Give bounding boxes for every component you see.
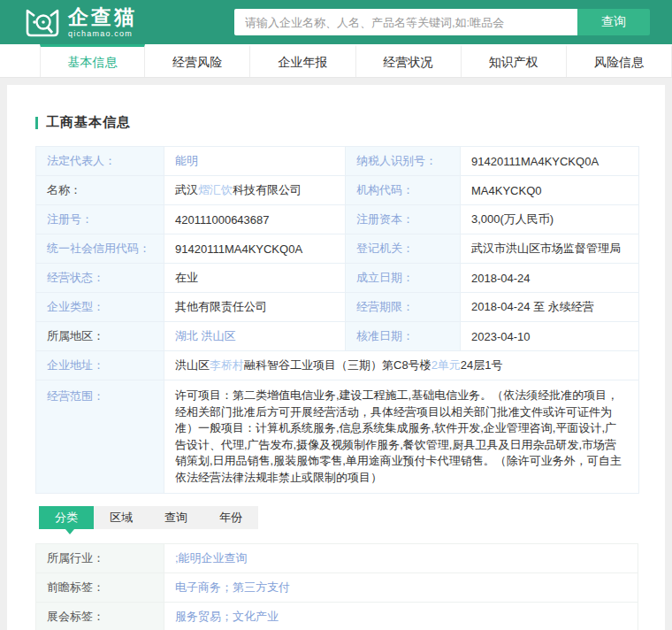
org-code-value: MA4KYCKQ0 [461, 176, 639, 205]
industry-link[interactable]: ;能明企业查询 [175, 551, 248, 565]
company-name-prefix: 武汉 [175, 183, 198, 196]
nav-tab-risk-info[interactable]: 风险信息 [567, 44, 672, 77]
field-label-company-type: 企业类型： [36, 293, 164, 322]
reg-no-value: 420111000643687 [164, 205, 346, 234]
header: 企查猫 qichamao.com 查询 [0, 0, 672, 44]
filter-tab-year[interactable]: 年份 [203, 506, 258, 529]
tag-link[interactable]: 第三方支付 [233, 580, 290, 594]
business-scope-value: 许可项目：第二类增值电信业务,建设工程施工,基础电信业务。（依法须经批准的项目，… [164, 380, 639, 494]
field-label-scope: 经营范围： [36, 380, 164, 494]
page-title: 工商基本信息 [46, 114, 131, 131]
nav-tab-annual-report[interactable]: 企业年报 [250, 44, 355, 77]
field-label-qianzhan-tags: 前瞻标签： [36, 573, 164, 603]
reg-authority-value: 武汉市洪山区市场监督管理局 [461, 234, 639, 264]
filter-tab-region[interactable]: 区域 [94, 506, 149, 529]
field-label-region: 所属地区： [36, 322, 164, 351]
region-link[interactable]: 湖北 洪山区 [175, 329, 236, 342]
table-row: 展会标签： 服务贸易；文化产业 [36, 603, 638, 630]
expo-tags: 服务贸易；文化产业 [164, 603, 638, 630]
address-part: 洪山区 [175, 358, 210, 372]
search-bar: 查询 [234, 9, 650, 35]
field-label-org-code: 机构代码： [346, 176, 461, 205]
table-row: 企业地址： 洪山区李桥村融科智谷工业项目（三期）第C8号楼2单元24层1号 [36, 351, 639, 380]
field-label-reg-capital: 注册资本： [346, 205, 461, 234]
address-value: 洪山区李桥村融科智谷工业项目（三期）第C8号楼2单元24层1号 [164, 351, 639, 380]
tag-link[interactable]: 文化产业 [233, 610, 279, 623]
table-row: 所属地区： 湖北 洪山区 核准日期： 2023-04-10 [36, 322, 639, 351]
table-row: 名称： 武汉熠汇饮科技有限公司 机构代码： MA4KYCKQ0 [36, 176, 639, 205]
table-row: 所属行业： ;能明企业查询 [36, 544, 638, 573]
field-label-industry: 所属行业： [36, 544, 164, 573]
field-label-address: 企业地址： [36, 351, 164, 380]
field-label-tax-id: 纳税人识别号： [346, 147, 461, 176]
filter-tab-category[interactable]: 分类 [39, 506, 94, 529]
status-value: 在业 [164, 264, 346, 293]
table-row: 经营范围： 许可项目：第二类增值电信业务,建设工程施工,基础电信业务。（依法须经… [36, 380, 639, 494]
legal-rep-link[interactable]: 能明 [175, 154, 198, 167]
business-info-table: 法定代表人： 能明 纳税人识别号： 91420111MA4KYCKQ0A 名称：… [35, 146, 639, 494]
logo[interactable]: 企查猫 qichamao.com [25, 6, 137, 38]
nav-tabs: 基本信息 经营风险 企业年报 经营状况 知识产权 风险信息 [0, 44, 672, 78]
company-name-suffix: 科技有限公司 [233, 183, 302, 196]
main-card: 工商基本信息 法定代表人： 能明 纳税人识别号： 91420111MA4KYCK… [7, 85, 665, 630]
term-value: 2018-04-24 至 永续经营 [461, 293, 639, 322]
company-name-highlight: 熠汇饮 [198, 183, 233, 196]
nav-tab-basic-info[interactable]: 基本信息 [40, 44, 145, 77]
table-row: 前瞻标签： 电子商务；第三方支付 [36, 573, 638, 603]
table-row: 注册号： 420111000643687 注册资本： 3,000(万人民币) [36, 205, 639, 234]
field-label-expo-tags: 展会标签： [36, 603, 164, 630]
field-label-credit-code: 统一社会信用代码： [36, 234, 164, 264]
nav-tab-operation-risk[interactable]: 经营风险 [145, 44, 250, 77]
tag-separator: ； [221, 610, 233, 623]
tags-table: 所属行业： ;能明企业查询 前瞻标签： 电子商务；第三方支付 展会标签： 服务贸… [35, 543, 638, 630]
search-button[interactable]: 查询 [577, 9, 650, 35]
field-label-approval-date: 核准日期： [346, 322, 461, 351]
field-label-reg-no: 注册号： [36, 205, 164, 234]
field-label-name: 名称： [36, 176, 164, 205]
active-tab-pointer [65, 529, 74, 534]
title-accent-bar [35, 117, 38, 129]
field-label-term: 经营期限： [346, 293, 461, 322]
tax-id-value: 91420111MA4KYCKQ0A [461, 147, 639, 176]
address-part: 24层1号 [461, 358, 503, 372]
table-row: 经营状态： 在业 成立日期： 2018-04-24 [36, 264, 639, 293]
field-label-legal-rep: 法定代表人： [36, 147, 164, 176]
company-type-value: 其他有限责任公司 [164, 293, 346, 322]
tag-link[interactable]: 服务贸易 [175, 610, 221, 623]
address-highlight: 李桥村 [210, 358, 244, 372]
company-name-value: 武汉熠汇饮科技有限公司 [164, 176, 346, 205]
address-highlight: 2单元 [431, 358, 461, 372]
field-label-status: 经营状态： [36, 264, 164, 293]
brand-domain: qichamao.com [68, 30, 137, 38]
cat-magnifier-icon [25, 6, 68, 38]
nav-tab-operation-status[interactable]: 经营状况 [356, 44, 462, 77]
filter-tab-query[interactable]: 查询 [149, 506, 203, 529]
establish-date-value: 2018-04-24 [461, 264, 639, 293]
qianzhan-tags: 电子商务；第三方支付 [164, 573, 638, 603]
field-label-establish-date: 成立日期： [346, 264, 461, 293]
tag-separator: ； [221, 580, 233, 594]
table-row: 法定代表人： 能明 纳税人识别号： 91420111MA4KYCKQ0A [36, 147, 639, 176]
search-input[interactable] [234, 9, 577, 35]
brand-name: 企查猫 [68, 7, 137, 27]
tag-link[interactable]: 电子商务 [175, 580, 221, 594]
table-row: 统一社会信用代码： 91420111MA4KYCKQ0A 登记机关： 武汉市洪山… [36, 234, 639, 264]
reg-capital-value: 3,000(万人民币) [461, 205, 639, 234]
table-row: 企业类型： 其他有限责任公司 经营期限： 2018-04-24 至 永续经营 [36, 293, 639, 322]
address-part: 融科智谷工业项目（三期）第C8号楼 [244, 358, 431, 372]
field-label-reg-authority: 登记机关： [346, 234, 461, 264]
section-title: 工商基本信息 [35, 114, 638, 131]
filter-tabs: 分类 区域 查询 年份 [39, 506, 638, 534]
nav-tab-intellectual-property[interactable]: 知识产权 [462, 44, 567, 77]
credit-code-value: 91420111MA4KYCKQ0A [164, 234, 346, 264]
approval-date-value: 2023-04-10 [461, 322, 639, 351]
